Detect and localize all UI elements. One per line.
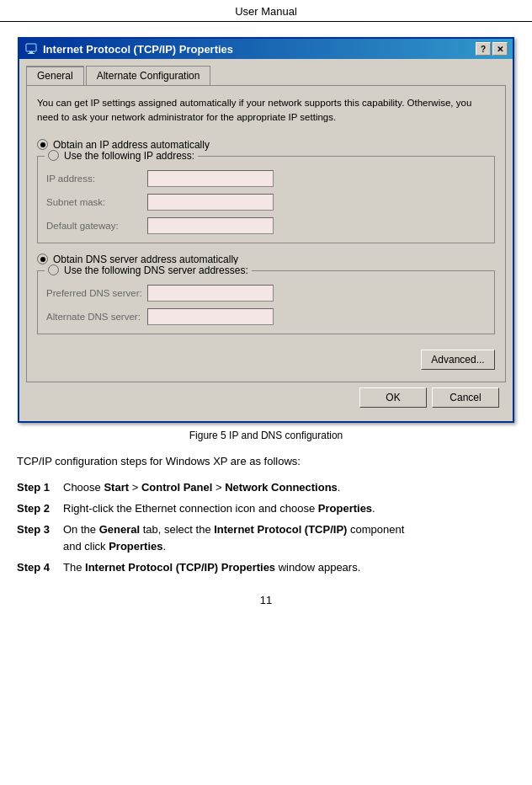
use-following-ip-legend: Use the following IP address:	[45, 150, 198, 162]
dialog-window: Internet Protocol (TCP/IP) Properties ? …	[18, 37, 514, 423]
step-1-row: Step 1 Choose Start > Control Panel > Ne…	[17, 478, 515, 499]
step-3-num: Step 3	[17, 520, 63, 558]
obtain-dns-auto-label: Obtain DNS server address automatically	[53, 254, 238, 265]
page-content: Internet Protocol (TCP/IP) Properties ? …	[0, 22, 532, 615]
preferred-dns-label: Preferred DNS server:	[46, 288, 147, 298]
ok-button[interactable]: OK	[359, 387, 427, 408]
figure-caption: Figure 5 IP and DNS configuration	[17, 430, 515, 441]
obtain-ip-auto-radio[interactable]	[37, 139, 48, 150]
svg-rect-0	[26, 44, 36, 51]
step-4-row: Step 4 The Internet Protocol (TCP/IP) Pr…	[17, 558, 515, 579]
alternate-dns-input[interactable]	[147, 308, 274, 325]
use-following-dns-group: Use the following DNS server addresses: …	[37, 270, 495, 334]
step-3-row: Step 3 On the General tab, select the In…	[17, 520, 515, 558]
header-title: User Manual	[235, 5, 297, 18]
obtain-dns-auto-row: Obtain DNS server address automatically	[37, 254, 495, 265]
obtain-ip-auto-row: Obtain an IP address automatically	[37, 139, 495, 151]
subnet-mask-row: Subnet mask:	[46, 194, 486, 211]
default-gateway-row: Default gateway:	[46, 217, 486, 234]
page-header: User Manual	[0, 0, 532, 22]
dialog-title: Internet Protocol (TCP/IP) Properties	[43, 43, 233, 56]
tab-alternate-configuration[interactable]: Alternate Configuration	[86, 66, 211, 85]
alternate-dns-row: Alternate DNS server:	[46, 308, 486, 325]
network-icon	[24, 42, 38, 56]
page-number: 11	[17, 594, 515, 606]
help-titlebar-button[interactable]: ?	[476, 42, 491, 56]
use-following-dns-radio[interactable]	[48, 264, 59, 275]
close-titlebar-button[interactable]: ✕	[492, 42, 508, 56]
step-4-text: The Internet Protocol (TCP/IP) Propertie…	[63, 558, 515, 579]
subnet-mask-label: Subnet mask:	[46, 197, 147, 207]
alternate-dns-label: Alternate DNS server:	[46, 312, 147, 322]
ip-address-input[interactable]	[147, 170, 274, 187]
tab-bar: General Alternate Configuration	[26, 66, 506, 85]
dialog-footer: OK Cancel	[26, 382, 506, 414]
step-1-num: Step 1	[17, 478, 63, 499]
default-gateway-label: Default gateway:	[46, 221, 147, 231]
step-4-num: Step 4	[17, 558, 63, 579]
step-2-row: Step 2 Right-click the Ethernet connecti…	[17, 499, 515, 520]
subnet-mask-input[interactable]	[147, 194, 274, 211]
default-gateway-input[interactable]	[147, 217, 274, 234]
use-following-ip-group: Use the following IP address: IP address…	[37, 156, 495, 243]
use-following-ip-label: Use the following IP address:	[64, 150, 194, 162]
step-1-text: Choose Start > Control Panel > Network C…	[63, 478, 515, 499]
ip-address-row: IP address:	[46, 170, 486, 187]
dialog-titlebar: Internet Protocol (TCP/IP) Properties ? …	[19, 39, 513, 59]
svg-rect-2	[28, 53, 35, 54]
obtain-dns-auto-radio[interactable]	[37, 254, 48, 264]
tab-panel-general: You can get IP settings assigned automat…	[26, 85, 506, 382]
description-text: You can get IP settings assigned automat…	[37, 96, 495, 125]
step-3-text: On the General tab, select the Internet …	[63, 520, 515, 558]
preferred-dns-row: Preferred DNS server:	[46, 285, 486, 302]
advanced-button[interactable]: Advanced...	[421, 350, 495, 370]
use-following-dns-legend: Use the following DNS server addresses:	[45, 264, 252, 276]
use-following-ip-radio[interactable]	[48, 150, 59, 161]
advanced-row: Advanced...	[37, 344, 495, 371]
svg-rect-1	[29, 51, 33, 53]
step-2-num: Step 2	[17, 499, 63, 520]
instructions-text: TCP/IP configuration steps for Windows X…	[17, 453, 515, 470]
steps-table: Step 1 Choose Start > Control Panel > Ne…	[17, 478, 515, 579]
step-2-text: Right-click the Ethernet connection icon…	[63, 499, 515, 520]
cancel-button[interactable]: Cancel	[432, 387, 499, 408]
tab-general[interactable]: General	[26, 66, 84, 85]
obtain-ip-auto-label: Obtain an IP address automatically	[53, 139, 210, 151]
titlebar-title-area: Internet Protocol (TCP/IP) Properties	[24, 42, 233, 56]
ip-address-label: IP address:	[46, 174, 147, 184]
use-following-dns-label: Use the following DNS server addresses:	[64, 264, 248, 276]
preferred-dns-input[interactable]	[147, 285, 274, 302]
titlebar-buttons: ? ✕	[476, 42, 508, 56]
dialog-body: General Alternate Configuration You can …	[19, 59, 513, 421]
